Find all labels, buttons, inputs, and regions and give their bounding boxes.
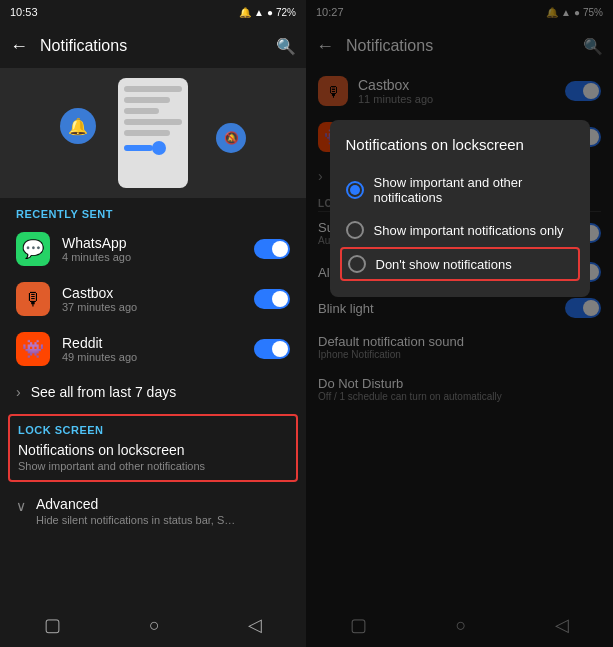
lockscreen-dialog: Notifications on lockscreen Show importa… (330, 120, 590, 297)
see-all-chevron-left: › (16, 384, 21, 400)
see-all-text-left: See all from last 7 days (31, 384, 177, 400)
reddit-time-left: 49 minutes ago (62, 351, 254, 363)
battery-left: 72% (276, 7, 296, 18)
left-status-icons: 🔔 ▲ ● 72% (239, 7, 296, 18)
advanced-sub: Hide silent notifications in status bar,… (36, 514, 236, 526)
radio-inner-1 (350, 185, 360, 195)
dialog-option-1-text: Show important and other notifications (374, 175, 574, 205)
right-panel: 10:27 🔔 ▲ ● 75% ← Notifications 🔍 🎙 Cast… (306, 0, 613, 647)
reddit-name-left: Reddit (62, 335, 254, 351)
radio-1[interactable] (346, 181, 364, 199)
reddit-item-left[interactable]: 👾 Reddit 49 minutes ago (0, 324, 306, 374)
left-illustration: 🔔 🔕 (0, 68, 306, 198)
lock-screen-sub-left: Show important and other notifications (18, 460, 288, 472)
alarm-icon: 🔔 (239, 7, 251, 18)
advanced-info: Advanced Hide silent notifications in st… (36, 496, 236, 526)
phone-slider (124, 145, 182, 151)
no-bell-icon: 🔕 (216, 123, 246, 153)
castbox-name-left: Castbox (62, 285, 254, 301)
whatsapp-info: WhatsApp 4 minutes ago (62, 235, 254, 263)
dialog-option-3-text: Don't show notifications (376, 257, 512, 272)
left-toolbar: ← Notifications 🔍 (0, 24, 306, 68)
dialog-option-2-text: Show important notifications only (374, 223, 564, 238)
bell-icon-left: 🔔 (60, 108, 96, 144)
left-status-bar: 10:53 🔔 ▲ ● 72% (0, 0, 306, 24)
phone-line-5 (124, 130, 170, 136)
phone-mockup (118, 78, 188, 188)
lock-screen-section-left[interactable]: LOCK SCREEN Notifications on lockscreen … (8, 414, 298, 482)
castbox-icon-left: 🎙 (16, 282, 50, 316)
dialog-option-3[interactable]: Don't show notifications (340, 247, 580, 281)
see-all-row-left[interactable]: › See all from last 7 days (0, 374, 306, 410)
whatsapp-toggle[interactable] (254, 239, 290, 259)
signal-icon: ▲ (254, 7, 264, 18)
phone-line-1 (124, 86, 182, 92)
left-nav-square[interactable]: ▢ (44, 614, 61, 636)
castbox-info-left: Castbox 37 minutes ago (62, 285, 254, 313)
left-toolbar-title: Notifications (40, 37, 276, 55)
radio-2[interactable] (346, 221, 364, 239)
dialog-overlay: Notifications on lockscreen Show importa… (306, 0, 613, 647)
advanced-section[interactable]: ∨ Advanced Hide silent notifications in … (0, 486, 306, 536)
whatsapp-item[interactable]: 💬 WhatsApp 4 minutes ago (0, 224, 306, 274)
dialog-option-1[interactable]: Show important and other notifications (346, 167, 574, 213)
advanced-title: Advanced (36, 496, 236, 512)
advanced-chevron: ∨ (16, 498, 26, 514)
left-search-button[interactable]: 🔍 (276, 37, 296, 56)
castbox-time-left: 37 minutes ago (62, 301, 254, 313)
phone-line-4 (124, 119, 182, 125)
radio-3[interactable] (348, 255, 366, 273)
left-status-time: 10:53 (10, 6, 38, 18)
whatsapp-icon: 💬 (16, 232, 50, 266)
recently-sent-label: RECENTLY SENT (0, 198, 306, 224)
lock-screen-title-left: Notifications on lockscreen (18, 442, 288, 458)
left-back-button[interactable]: ← (10, 36, 28, 57)
lock-screen-label-left: LOCK SCREEN (18, 424, 288, 436)
reddit-icon-left: 👾 (16, 332, 50, 366)
dialog-title: Notifications on lockscreen (346, 136, 574, 153)
left-nav-home[interactable]: ○ (149, 615, 160, 636)
left-nav-bar: ▢ ○ ◁ (0, 603, 306, 647)
dialog-option-2[interactable]: Show important notifications only (346, 213, 574, 247)
reddit-toggle-left[interactable] (254, 339, 290, 359)
phone-slider-thumb (152, 141, 166, 155)
left-panel: 10:53 🔔 ▲ ● 72% ← Notifications 🔍 🔔 🔕 RE… (0, 0, 306, 647)
whatsapp-time: 4 minutes ago (62, 251, 254, 263)
phone-line-3 (124, 108, 159, 114)
phone-line-2 (124, 97, 170, 103)
whatsapp-name: WhatsApp (62, 235, 254, 251)
left-nav-back[interactable]: ◁ (248, 614, 262, 636)
wifi-icon: ● (267, 7, 273, 18)
castbox-toggle-left[interactable] (254, 289, 290, 309)
castbox-item-left[interactable]: 🎙 Castbox 37 minutes ago (0, 274, 306, 324)
reddit-info-left: Reddit 49 minutes ago (62, 335, 254, 363)
